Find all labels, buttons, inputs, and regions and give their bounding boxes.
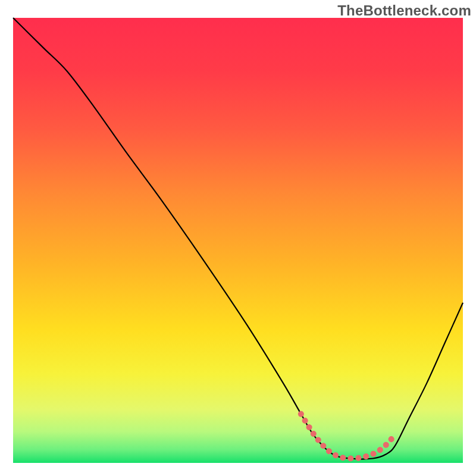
watermark-text: TheBottleneck.com: [337, 2, 471, 19]
chart-container: TheBottleneck.com: [0, 0, 476, 476]
bottleneck-chart: [0, 0, 476, 476]
gradient-background: [13, 18, 463, 463]
